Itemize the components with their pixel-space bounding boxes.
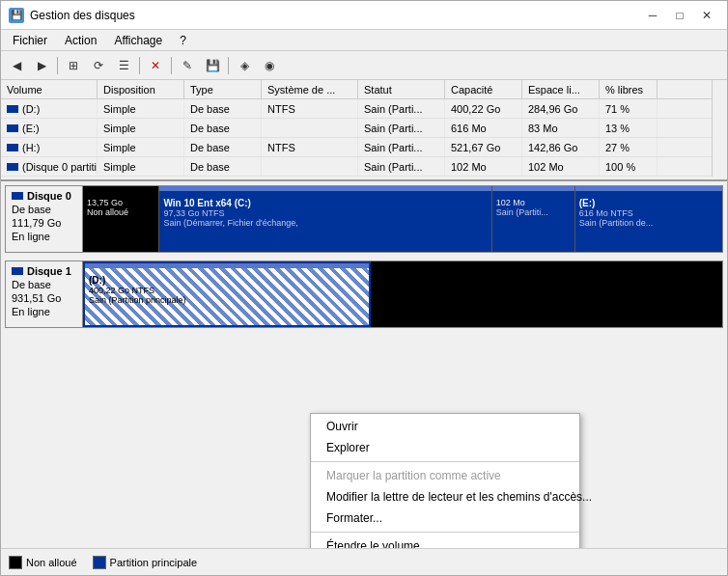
disk1-status: En ligne: [12, 306, 76, 317]
table-scrollbar[interactable]: [712, 80, 727, 177]
th-type[interactable]: Type: [184, 80, 262, 98]
td-espace: 142,86 Go: [522, 138, 600, 156]
menu-help[interactable]: ?: [172, 31, 194, 50]
main-window: 💾 Gestion des disques ─ □ ✕ Fichier Acti…: [0, 0, 728, 576]
disk1-item: Disque 1 De base 931,51 Go En ligne (D:)…: [5, 261, 723, 328]
view2-button[interactable]: ☰: [112, 55, 135, 76]
title-bar-left: 💾 Gestion des disques: [9, 8, 135, 23]
table-row[interactable]: (Disque 0 partition... Simple De base Sa…: [1, 157, 712, 177]
partition-strip: [85, 263, 369, 268]
disk1-partition-d[interactable]: (D:) 400,22 Go NTFS Sain (Partition prin…: [83, 261, 371, 327]
disk0-size: 111,79 Go: [12, 217, 76, 229]
refresh-button[interactable]: ⟳: [87, 55, 110, 76]
table-row[interactable]: (H:) Simple De base NTFS Sain (Parti... …: [1, 138, 712, 157]
td-volume: (Disque 0 partition...: [1, 157, 98, 176]
td-disposition: Simple: [98, 99, 184, 118]
th-statut[interactable]: Statut: [358, 80, 445, 98]
legend-unallocated-box: [9, 556, 22, 569]
ctx-ouvrir[interactable]: Ouvrir: [311, 416, 579, 437]
table-row[interactable]: (E:) Simple De base Sain (Parti... 616 M…: [1, 119, 712, 138]
props2-button[interactable]: ◉: [258, 55, 281, 76]
disk0-name: Disque 0: [27, 190, 71, 202]
ctx-etendre[interactable]: Étendre le volume...: [311, 535, 579, 548]
td-statut: Sain (Parti...: [358, 157, 445, 176]
td-libres: 100 %: [600, 157, 658, 176]
td-volume: (D:): [1, 99, 98, 118]
maximize-button[interactable]: □: [667, 6, 692, 25]
ctx-explorer[interactable]: Explorer: [311, 437, 579, 458]
write-button[interactable]: ✎: [176, 55, 199, 76]
volume-indicator: [7, 105, 18, 113]
toolbar-sep-4: [228, 57, 229, 74]
menu-action[interactable]: Action: [57, 31, 104, 50]
td-disposition: Simple: [98, 157, 184, 176]
menu-affichage[interactable]: Affichage: [106, 31, 170, 50]
th-espace[interactable]: Espace li...: [522, 80, 600, 98]
th-systeme[interactable]: Système de ...: [262, 80, 358, 98]
td-volume: (H:): [1, 138, 98, 156]
partition-info: Sain (Partiti...: [496, 207, 571, 217]
ctx-sep-2: [311, 532, 579, 533]
td-type: De base: [184, 138, 262, 156]
th-volume[interactable]: Volume: [1, 80, 98, 98]
td-type: De base: [184, 99, 262, 118]
back-button[interactable]: ◀: [5, 55, 28, 76]
props1-button[interactable]: ◈: [233, 55, 256, 76]
th-disposition[interactable]: Disposition: [98, 80, 184, 98]
td-libres: 27 %: [600, 138, 658, 156]
disk1-type: De base: [12, 279, 76, 290]
close-button[interactable]: ✕: [694, 6, 719, 25]
disk0-partition-e[interactable]: (E:) 616 Mo NTFS Sain (Partition de...: [575, 186, 722, 252]
view1-button[interactable]: ⊞: [62, 55, 85, 76]
ctx-modifier[interactable]: Modifier la lettre de lecteur et les che…: [311, 486, 579, 507]
menu-bar: Fichier Action Affichage ?: [1, 30, 727, 51]
partition-strip: [159, 186, 490, 191]
td-espace: 284,96 Go: [522, 99, 600, 118]
disk1-name: Disque 1: [27, 265, 71, 277]
legend-unallocated: Non alloué: [9, 556, 77, 569]
disk1-partition-unallocated[interactable]: [371, 261, 722, 327]
toolbar-sep-1: [57, 57, 58, 74]
td-libres: 71 %: [600, 99, 658, 118]
table-row[interactable]: (D:) Simple De base NTFS Sain (Parti... …: [1, 99, 712, 119]
partition-content: (D:) 400,22 Go NTFS Sain (Partition prin…: [89, 275, 365, 305]
legend-principale-label: Partition principale: [110, 557, 198, 568]
minimize-button[interactable]: ─: [640, 6, 665, 25]
th-libres[interactable]: % libres: [600, 80, 658, 98]
disk-diagram-area: Disque 0 De base 111,79 Go En ligne 13,7…: [1, 181, 727, 548]
disk0-item: Disque 0 De base 111,79 Go En ligne 13,7…: [5, 185, 723, 253]
context-menu: Ouvrir Explorer Marquer la partition com…: [310, 413, 580, 548]
partition-content: 13,75 Go Non alloué: [87, 198, 154, 217]
toolbar: ◀ ▶ ⊞ ⟳ ☰ ✕ ✎ 💾 ◈ ◉: [1, 51, 727, 80]
td-capacite: 102 Mo: [445, 157, 522, 176]
partition-size: 97,33 Go NTFS: [163, 208, 487, 218]
td-statut: Sain (Parti...: [358, 119, 445, 137]
partition-content: 102 Mo Sain (Partiti...: [496, 198, 571, 217]
delete-button[interactable]: ✕: [144, 55, 167, 76]
partition-content: (E:) 616 Mo NTFS Sain (Partition de...: [579, 198, 718, 228]
th-capacite[interactable]: Capacité: [445, 80, 522, 98]
toolbar-sep-3: [171, 57, 172, 74]
forward-button[interactable]: ▶: [30, 55, 53, 76]
td-disposition: Simple: [98, 138, 184, 156]
partition-info: Sain (Partition de...: [579, 218, 718, 228]
partition-size: 616 Mo NTFS: [579, 208, 718, 218]
menu-fichier[interactable]: Fichier: [5, 31, 55, 50]
partition-title: (D:): [89, 275, 365, 286]
volume-indicator: [7, 144, 18, 151]
disk0-partition-102[interactable]: 102 Mo Sain (Partiti...: [492, 186, 575, 252]
partition-info: Sain (Partition principale): [89, 295, 365, 305]
td-libres: 13 %: [600, 119, 658, 137]
partition-size: 13,75 Go: [87, 198, 154, 207]
partition-title: Win 10 Ent x64 (C:): [163, 198, 487, 208]
disk0-partition-c[interactable]: Win 10 Ent x64 (C:) 97,33 Go NTFS Sain (…: [159, 186, 491, 252]
window-title: Gestion des disques: [30, 9, 135, 22]
save-button[interactable]: 💾: [201, 55, 224, 76]
td-capacite: 400,22 Go: [445, 99, 522, 118]
td-systeme: [262, 157, 358, 176]
td-statut: Sain (Parti...: [358, 138, 445, 156]
disk0-partition-unallocated[interactable]: 13,75 Go Non alloué: [83, 186, 159, 252]
ctx-formater[interactable]: Formater...: [311, 507, 579, 529]
status-bar: Non alloué Partition principale: [1, 548, 727, 575]
volume-indicator: [7, 163, 18, 171]
